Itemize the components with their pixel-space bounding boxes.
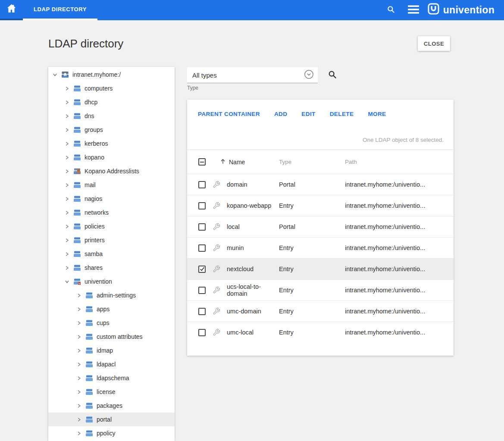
tree-item[interactable]: packages [48, 399, 175, 413]
chevron-icon[interactable] [64, 251, 70, 257]
edit-button[interactable]: EDIT [301, 111, 315, 117]
sort-ascending-icon[interactable] [220, 158, 226, 166]
container-icon [85, 416, 93, 423]
chevron-icon[interactable] [64, 99, 70, 105]
chevron-icon[interactable] [64, 85, 70, 91]
add-button[interactable]: ADD [274, 111, 287, 117]
univention-logo[interactable]: univention [428, 3, 495, 17]
chevron-icon[interactable] [64, 182, 70, 188]
row-type: Entry [279, 266, 345, 272]
tree-item[interactable]: apps [48, 302, 175, 316]
filter-search-button[interactable] [328, 70, 338, 80]
tree-item[interactable]: printers [48, 233, 175, 247]
chevron-icon[interactable] [64, 223, 70, 229]
tree-item[interactable]: samba [48, 247, 175, 261]
table-row[interactable]: nextcloud Entry intranet.myhome:/univent… [187, 258, 454, 279]
row-checkbox[interactable] [198, 244, 206, 252]
table-row[interactable]: ucs-local-to-domain Entry intranet.myhom… [187, 279, 454, 300]
row-checkbox[interactable] [198, 223, 206, 231]
column-header-name[interactable]: Name [211, 158, 279, 166]
row-checkbox[interactable] [198, 202, 206, 210]
column-header-type[interactable]: Type [279, 159, 345, 165]
tree-item[interactable]: shares [48, 261, 175, 275]
row-path: intranet.myhome:/univentio... [345, 223, 454, 230]
tree-item[interactable]: ldapschema [48, 371, 175, 385]
chevron-icon[interactable] [76, 334, 82, 340]
chevron-icon[interactable] [76, 361, 82, 367]
tree-item[interactable]: cups [48, 316, 175, 330]
container-icon [85, 333, 93, 340]
tree-item[interactable]: nagios [48, 192, 175, 206]
chevron-icon[interactable] [76, 347, 82, 353]
tree-item[interactable]: groups [48, 123, 175, 137]
table-header-row: Name Type Path [187, 150, 454, 174]
chevron-icon[interactable] [76, 389, 82, 395]
tree-item[interactable]: policies [48, 219, 175, 233]
menu-button[interactable] [405, 2, 422, 19]
tree-item[interactable]: dhcp [48, 95, 175, 109]
table-row[interactable]: umc-domain Entry intranet.myhome:/univen… [187, 300, 454, 322]
row-checkbox[interactable] [198, 266, 206, 273]
chevron-icon[interactable] [76, 320, 82, 326]
select-all-checkbox[interactable] [198, 158, 206, 166]
tree-item[interactable]: license [48, 385, 175, 399]
tree-item[interactable]: custom attributes [48, 330, 175, 344]
chevron-icon[interactable] [76, 292, 82, 298]
chevron-icon[interactable] [76, 416, 82, 422]
chevron-icon[interactable] [64, 265, 70, 271]
kopano-addresslist-folder-icon [73, 168, 81, 175]
chevron-icon[interactable] [52, 72, 58, 78]
tree-item[interactable]: admin-settings [48, 288, 175, 302]
tree-item[interactable]: kerberos [48, 137, 175, 150]
chevron-icon[interactable] [76, 375, 82, 381]
table-row[interactable]: munin Entry intranet.myhome:/univentio..… [187, 237, 454, 258]
tree-item[interactable]: networks [48, 206, 175, 219]
more-button[interactable]: MORE [368, 111, 386, 117]
dropdown-chevron-icon[interactable] [304, 69, 314, 81]
chevron-icon[interactable] [64, 237, 70, 243]
chevron-icon[interactable] [76, 403, 82, 409]
type-filter-dropdown[interactable]: All types [187, 67, 318, 83]
tree-item[interactable]: kopano [48, 150, 175, 164]
tree-item[interactable]: dns [48, 109, 175, 123]
column-header-path[interactable]: Path [345, 159, 454, 165]
tree-item[interactable]: idmap [48, 344, 175, 357]
table-row[interactable]: kopano-webapp Entry intranet.myhome:/uni… [187, 195, 454, 216]
row-checkbox[interactable] [198, 181, 206, 188]
tree-item[interactable]: computers [48, 81, 175, 95]
table-row[interactable]: local Portal intranet.myhome:/univentio.… [187, 216, 454, 237]
chevron-icon[interactable] [64, 154, 70, 160]
search-button[interactable] [383, 2, 399, 19]
tab-ldap-directory[interactable]: LDAP DIRECTORY [23, 0, 97, 20]
chevron-icon[interactable] [64, 127, 70, 133]
parent-container-button[interactable]: PARENT CONTAINER [198, 111, 260, 117]
home-button[interactable] [0, 0, 23, 20]
tree-item[interactable]: mail [48, 178, 175, 192]
tree-item[interactable]: ppolicy [48, 426, 175, 440]
close-button[interactable]: CLOSE [418, 36, 450, 51]
top-bar: LDAP DIRECTORY univention [0, 0, 504, 20]
tree-item[interactable]: Kopano Addresslists [48, 164, 175, 178]
tree-item[interactable]: intranet.myhome:/ [48, 68, 175, 81]
univention-logo-mark-icon [428, 3, 439, 17]
tree-item[interactable]: ldapacl [48, 357, 175, 371]
row-checkbox[interactable] [198, 329, 206, 336]
row-type: Entry [279, 287, 345, 294]
tree-item[interactable]: univention [48, 275, 175, 288]
tree-item-label: univention [85, 278, 112, 285]
chevron-icon[interactable] [64, 141, 70, 147]
chevron-icon[interactable] [76, 430, 82, 436]
delete-button[interactable]: DELETE [330, 111, 354, 117]
row-checkbox[interactable] [198, 287, 206, 294]
chevron-icon[interactable] [64, 168, 70, 174]
row-checkbox[interactable] [198, 308, 206, 315]
chevron-icon[interactable] [64, 210, 70, 216]
tree-item[interactable]: portal [48, 413, 175, 426]
table-row[interactable]: domain Portal intranet.myhome:/univentio… [187, 174, 454, 195]
table-row[interactable]: umc-local Entry intranet.myhome:/univent… [187, 322, 454, 343]
chevron-icon[interactable] [64, 278, 70, 285]
chevron-icon[interactable] [64, 113, 70, 119]
chevron-icon[interactable] [76, 306, 82, 312]
chevron-icon[interactable] [64, 196, 70, 202]
tree-item-label: printers [85, 237, 105, 244]
